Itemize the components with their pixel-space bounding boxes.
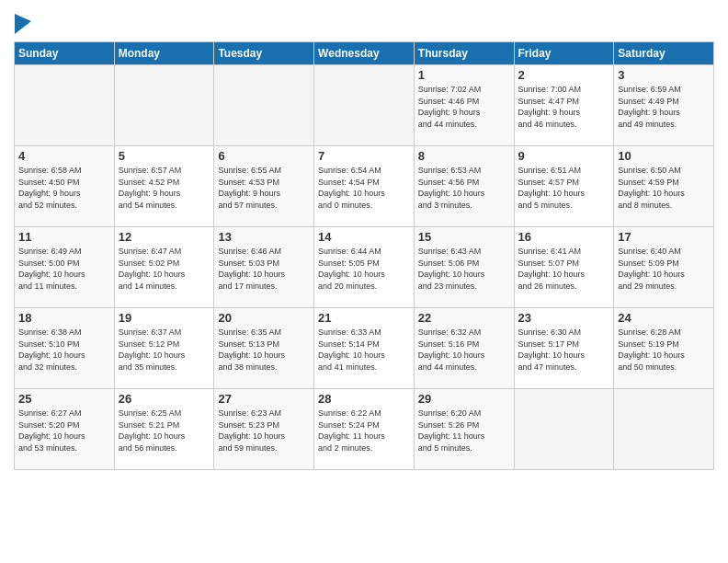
calendar-cell: 13Sunrise: 6:46 AM Sunset: 5:03 PM Dayli… — [214, 227, 314, 308]
cell-content: Sunrise: 6:28 AM Sunset: 5:19 PM Dayligh… — [618, 327, 710, 373]
calendar-cell: 4Sunrise: 6:58 AM Sunset: 4:50 PM Daylig… — [15, 146, 115, 227]
day-number: 14 — [318, 230, 410, 244]
day-number: 17 — [618, 230, 710, 244]
day-number: 15 — [418, 230, 510, 244]
logo — [14, 14, 31, 34]
calendar-cell: 12Sunrise: 6:47 AM Sunset: 5:02 PM Dayli… — [114, 227, 214, 308]
cell-content: Sunrise: 6:20 AM Sunset: 5:26 PM Dayligh… — [418, 408, 510, 454]
calendar-cell — [314, 65, 415, 146]
calendar-cell: 3Sunrise: 6:59 AM Sunset: 4:49 PM Daylig… — [614, 65, 714, 146]
cell-content: Sunrise: 6:35 AM Sunset: 5:13 PM Dayligh… — [218, 327, 310, 373]
calendar-day-header: Monday — [114, 42, 214, 65]
day-number: 9 — [518, 149, 610, 163]
cell-content: Sunrise: 6:37 AM Sunset: 5:12 PM Dayligh… — [119, 327, 210, 373]
calendar-cell: 11Sunrise: 6:49 AM Sunset: 5:00 PM Dayli… — [15, 227, 115, 308]
calendar-cell — [214, 65, 314, 146]
calendar-day-header: Thursday — [414, 42, 514, 65]
calendar-cell: 20Sunrise: 6:35 AM Sunset: 5:13 PM Dayli… — [214, 308, 314, 389]
cell-content: Sunrise: 6:30 AM Sunset: 5:17 PM Dayligh… — [518, 327, 610, 373]
calendar-cell: 28Sunrise: 6:22 AM Sunset: 5:24 PM Dayli… — [314, 389, 415, 470]
cell-content: Sunrise: 6:54 AM Sunset: 4:54 PM Dayligh… — [318, 165, 410, 211]
calendar-cell: 2Sunrise: 7:00 AM Sunset: 4:47 PM Daylig… — [514, 65, 614, 146]
calendar-cell: 6Sunrise: 6:55 AM Sunset: 4:53 PM Daylig… — [214, 146, 314, 227]
day-number: 7 — [318, 149, 410, 163]
cell-content: Sunrise: 6:57 AM Sunset: 4:52 PM Dayligh… — [119, 165, 210, 211]
cell-content: Sunrise: 7:02 AM Sunset: 4:46 PM Dayligh… — [418, 84, 510, 130]
day-number: 5 — [119, 149, 210, 163]
calendar-week-row: 25Sunrise: 6:27 AM Sunset: 5:20 PM Dayli… — [15, 389, 714, 470]
cell-content: Sunrise: 6:53 AM Sunset: 4:56 PM Dayligh… — [418, 165, 510, 211]
day-number: 6 — [218, 149, 310, 163]
day-number: 11 — [18, 230, 110, 244]
cell-content: Sunrise: 6:43 AM Sunset: 5:06 PM Dayligh… — [418, 246, 510, 292]
calendar-cell — [614, 389, 714, 470]
calendar-cell: 29Sunrise: 6:20 AM Sunset: 5:26 PM Dayli… — [414, 389, 514, 470]
calendar-cell — [514, 389, 614, 470]
calendar-table: SundayMondayTuesdayWednesdayThursdayFrid… — [14, 41, 714, 470]
calendar-cell: 25Sunrise: 6:27 AM Sunset: 5:20 PM Dayli… — [15, 389, 115, 470]
calendar-day-header: Sunday — [15, 42, 115, 65]
calendar-week-row: 1Sunrise: 7:02 AM Sunset: 4:46 PM Daylig… — [15, 65, 714, 146]
page: SundayMondayTuesdayWednesdayThursdayFrid… — [0, 0, 728, 563]
calendar-header-row: SundayMondayTuesdayWednesdayThursdayFrid… — [15, 42, 714, 65]
cell-content: Sunrise: 6:22 AM Sunset: 5:24 PM Dayligh… — [318, 408, 410, 454]
calendar-week-row: 4Sunrise: 6:58 AM Sunset: 4:50 PM Daylig… — [15, 146, 714, 227]
day-number: 29 — [418, 392, 510, 406]
cell-content: Sunrise: 6:40 AM Sunset: 5:09 PM Dayligh… — [618, 246, 710, 292]
calendar-cell: 19Sunrise: 6:37 AM Sunset: 5:12 PM Dayli… — [114, 308, 214, 389]
day-number: 24 — [618, 311, 710, 325]
day-number: 21 — [318, 311, 410, 325]
day-number: 22 — [418, 311, 510, 325]
day-number: 19 — [119, 311, 210, 325]
calendar-cell — [15, 65, 115, 146]
calendar-cell: 18Sunrise: 6:38 AM Sunset: 5:10 PM Dayli… — [15, 308, 115, 389]
calendar-cell: 7Sunrise: 6:54 AM Sunset: 4:54 PM Daylig… — [314, 146, 415, 227]
calendar-cell — [114, 65, 214, 146]
day-number: 28 — [318, 392, 410, 406]
cell-content: Sunrise: 6:50 AM Sunset: 4:59 PM Dayligh… — [618, 165, 710, 211]
calendar-cell: 1Sunrise: 7:02 AM Sunset: 4:46 PM Daylig… — [414, 65, 514, 146]
header — [14, 14, 714, 34]
calendar-cell: 22Sunrise: 6:32 AM Sunset: 5:16 PM Dayli… — [414, 308, 514, 389]
calendar-cell: 27Sunrise: 6:23 AM Sunset: 5:23 PM Dayli… — [214, 389, 314, 470]
calendar-cell: 8Sunrise: 6:53 AM Sunset: 4:56 PM Daylig… — [414, 146, 514, 227]
cell-content: Sunrise: 6:33 AM Sunset: 5:14 PM Dayligh… — [318, 327, 410, 373]
cell-content: Sunrise: 6:32 AM Sunset: 5:16 PM Dayligh… — [418, 327, 510, 373]
calendar-cell: 17Sunrise: 6:40 AM Sunset: 5:09 PM Dayli… — [614, 227, 714, 308]
day-number: 27 — [218, 392, 310, 406]
day-number: 20 — [218, 311, 310, 325]
cell-content: Sunrise: 6:23 AM Sunset: 5:23 PM Dayligh… — [218, 408, 310, 454]
day-number: 18 — [18, 311, 110, 325]
cell-content: Sunrise: 6:38 AM Sunset: 5:10 PM Dayligh… — [18, 327, 110, 373]
cell-content: Sunrise: 6:27 AM Sunset: 5:20 PM Dayligh… — [18, 408, 110, 454]
calendar-day-header: Saturday — [614, 42, 714, 65]
calendar-day-header: Wednesday — [314, 42, 415, 65]
calendar-cell: 23Sunrise: 6:30 AM Sunset: 5:17 PM Dayli… — [514, 308, 614, 389]
calendar-week-row: 11Sunrise: 6:49 AM Sunset: 5:00 PM Dayli… — [15, 227, 714, 308]
day-number: 25 — [18, 392, 110, 406]
day-number: 8 — [418, 149, 510, 163]
day-number: 4 — [18, 149, 110, 163]
cell-content: Sunrise: 6:41 AM Sunset: 5:07 PM Dayligh… — [518, 246, 610, 292]
calendar-day-header: Friday — [514, 42, 614, 65]
cell-content: Sunrise: 6:25 AM Sunset: 5:21 PM Dayligh… — [119, 408, 210, 454]
calendar-cell: 15Sunrise: 6:43 AM Sunset: 5:06 PM Dayli… — [414, 227, 514, 308]
cell-content: Sunrise: 6:51 AM Sunset: 4:57 PM Dayligh… — [518, 165, 610, 211]
day-number: 2 — [518, 68, 610, 82]
logo-icon — [15, 14, 31, 34]
calendar-week-row: 18Sunrise: 6:38 AM Sunset: 5:10 PM Dayli… — [15, 308, 714, 389]
calendar-cell: 24Sunrise: 6:28 AM Sunset: 5:19 PM Dayli… — [614, 308, 714, 389]
day-number: 13 — [218, 230, 310, 244]
calendar-cell: 21Sunrise: 6:33 AM Sunset: 5:14 PM Dayli… — [314, 308, 415, 389]
day-number: 12 — [119, 230, 210, 244]
calendar-cell: 26Sunrise: 6:25 AM Sunset: 5:21 PM Dayli… — [114, 389, 214, 470]
cell-content: Sunrise: 6:44 AM Sunset: 5:05 PM Dayligh… — [318, 246, 410, 292]
calendar-day-header: Tuesday — [214, 42, 314, 65]
calendar-cell: 14Sunrise: 6:44 AM Sunset: 5:05 PM Dayli… — [314, 227, 415, 308]
day-number: 26 — [119, 392, 210, 406]
calendar-cell: 5Sunrise: 6:57 AM Sunset: 4:52 PM Daylig… — [114, 146, 214, 227]
cell-content: Sunrise: 6:49 AM Sunset: 5:00 PM Dayligh… — [18, 246, 110, 292]
cell-content: Sunrise: 6:59 AM Sunset: 4:49 PM Dayligh… — [618, 84, 710, 130]
day-number: 10 — [618, 149, 710, 163]
day-number: 3 — [618, 68, 710, 82]
